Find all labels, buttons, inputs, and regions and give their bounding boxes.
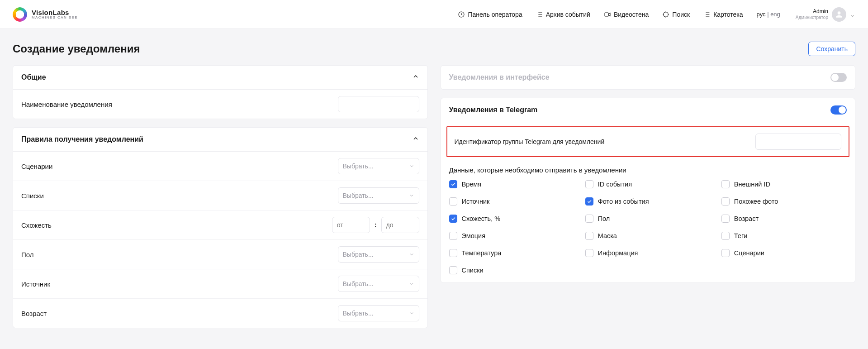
checkbox-box-icon bbox=[449, 249, 457, 257]
video-icon bbox=[604, 11, 611, 18]
chevron-down-icon: ⌄ bbox=[850, 11, 855, 18]
gender-label: Пол bbox=[21, 251, 34, 258]
app-header: VisionLabs MACHINES CAN SEE Панель опера… bbox=[0, 0, 868, 29]
checkbox-box-icon bbox=[449, 180, 457, 188]
checkbox-box-icon bbox=[721, 197, 730, 206]
brand[interactable]: VisionLabs MACHINES CAN SEE bbox=[13, 7, 78, 22]
nav-label: Видеостена bbox=[614, 11, 649, 18]
top-nav: Панель оператора Архив событий Видеостен… bbox=[458, 7, 855, 22]
save-button[interactable]: Сохранить bbox=[808, 42, 855, 56]
left-column: Общие Наименование уведомления Правила п… bbox=[13, 65, 428, 336]
age-label: Возраст bbox=[21, 310, 47, 317]
notification-name-input[interactable] bbox=[338, 96, 419, 112]
rules-card-header[interactable]: Правила получения уведомлений bbox=[13, 128, 427, 151]
similarity-from-input[interactable] bbox=[332, 217, 370, 233]
list-icon bbox=[703, 11, 711, 18]
checkbox-box-icon bbox=[721, 232, 730, 240]
lists-select[interactable]: Выбрать... bbox=[338, 187, 419, 204]
nav-label: Картотека bbox=[713, 11, 743, 18]
lang-ru[interactable]: рус bbox=[757, 11, 766, 18]
checkbox-label: ID события bbox=[598, 181, 632, 188]
nav-videowall[interactable]: Видеостена bbox=[604, 11, 649, 18]
telegram-title: Уведомления в Telegram bbox=[449, 106, 538, 114]
checkbox-lists[interactable]: Списки bbox=[449, 266, 574, 274]
checkbox-temperature[interactable]: Температура bbox=[449, 249, 574, 257]
general-card-header[interactable]: Общие bbox=[13, 66, 427, 89]
checkbox-box-icon bbox=[585, 180, 593, 188]
range-separator: : bbox=[375, 221, 377, 229]
checkbox-mask[interactable]: Маска bbox=[585, 232, 711, 240]
telegram-checkbox-grid: ВремяID событияВнешний IDИсточникФото из… bbox=[441, 180, 855, 282]
gender-select[interactable]: Выбрать... bbox=[338, 246, 419, 263]
checkbox-label: Возраст bbox=[734, 215, 759, 222]
nav-label: Архив событий bbox=[546, 11, 590, 18]
checkbox-box-icon bbox=[721, 180, 730, 188]
telegram-group-id-input[interactable] bbox=[755, 134, 841, 150]
checkbox-label: Время bbox=[462, 181, 482, 188]
clock-icon bbox=[458, 11, 465, 18]
checkbox-source[interactable]: Источник bbox=[449, 197, 574, 206]
checkbox-box-icon bbox=[585, 197, 593, 206]
telegram-data-title: Данные, которые необходимо отправить в у… bbox=[441, 164, 855, 180]
checkbox-time[interactable]: Время bbox=[449, 180, 574, 188]
checkbox-similar-photo[interactable]: Похожее фото bbox=[721, 197, 847, 206]
telegram-toggle[interactable] bbox=[830, 105, 847, 115]
checkbox-emotion[interactable]: Эмоция bbox=[449, 232, 574, 240]
rules-title: Правила получения уведомлений bbox=[21, 135, 143, 143]
avatar-icon bbox=[832, 7, 846, 22]
chevron-up-icon bbox=[412, 135, 419, 144]
checkbox-age[interactable]: Возраст bbox=[721, 215, 847, 223]
telegram-card: Уведомления в Telegram Идентификатор гру… bbox=[441, 98, 856, 283]
interface-notifications-toggle[interactable] bbox=[830, 73, 847, 82]
checkbox-box-icon bbox=[721, 249, 730, 257]
age-select[interactable]: Выбрать... bbox=[338, 305, 419, 321]
nav-operator-panel[interactable]: Панель оператора bbox=[458, 11, 522, 18]
interface-notifications-title: Уведомления в интерфейсе bbox=[449, 73, 550, 81]
user-name: Admin bbox=[796, 9, 828, 15]
similarity-label: Схожесть bbox=[21, 221, 52, 229]
checkbox-gender[interactable]: Пол bbox=[585, 215, 711, 223]
columns: Общие Наименование уведомления Правила п… bbox=[13, 65, 855, 336]
checkbox-label: Источник bbox=[462, 198, 490, 205]
svg-point-2 bbox=[664, 12, 669, 17]
nav-card-index[interactable]: Картотека bbox=[703, 11, 743, 18]
checkbox-label: Пол bbox=[598, 215, 610, 222]
checkbox-box-icon bbox=[721, 215, 730, 223]
chevron-down-icon bbox=[409, 163, 414, 169]
user-menu[interactable]: Admin Администратор ⌄ bbox=[796, 7, 855, 22]
lang-en[interactable]: eng bbox=[770, 11, 780, 18]
telegram-group-id-label: Идентификатор группы Telegram для уведом… bbox=[455, 138, 605, 145]
checkbox-box-icon bbox=[449, 197, 457, 206]
target-icon bbox=[662, 11, 669, 18]
checkbox-scenarios[interactable]: Сценарии bbox=[721, 249, 847, 257]
brand-title: VisionLabs bbox=[32, 9, 78, 16]
source-select[interactable]: Выбрать... bbox=[338, 276, 419, 292]
checkbox-tags[interactable]: Теги bbox=[721, 232, 847, 240]
checkbox-label: Схожесть, % bbox=[462, 215, 501, 222]
scenarios-select[interactable]: Выбрать... bbox=[338, 158, 419, 174]
checkbox-box-icon bbox=[449, 215, 457, 223]
checkbox-box-icon bbox=[449, 232, 457, 240]
nav-search[interactable]: Поиск bbox=[662, 11, 690, 18]
nav-label: Панель оператора bbox=[468, 11, 522, 18]
similarity-to-input[interactable] bbox=[381, 217, 419, 233]
nav-event-archive[interactable]: Архив событий bbox=[536, 11, 590, 18]
similarity-range: : bbox=[332, 217, 419, 233]
checkbox-label: Теги bbox=[734, 232, 748, 239]
general-card: Общие Наименование уведомления bbox=[13, 65, 428, 119]
checkbox-external-id[interactable]: Внешний ID bbox=[721, 180, 847, 188]
checkbox-info[interactable]: Информация bbox=[585, 249, 711, 257]
checkbox-similarity[interactable]: Схожесть, % bbox=[449, 215, 574, 223]
page-body: Создание уведомления Сохранить Общие Наи… bbox=[0, 29, 868, 349]
checkbox-box-icon bbox=[585, 232, 593, 240]
checkbox-event-id[interactable]: ID события bbox=[585, 180, 711, 188]
language-switch[interactable]: рус | eng bbox=[757, 11, 780, 18]
checkbox-event-photo[interactable]: Фото из события bbox=[585, 197, 711, 206]
nav-label: Поиск bbox=[672, 11, 690, 18]
checkbox-box-icon bbox=[449, 266, 457, 274]
chevron-down-icon bbox=[409, 281, 414, 287]
checkbox-label: Маска bbox=[598, 232, 617, 239]
source-label: Источник bbox=[21, 280, 50, 288]
brand-text: VisionLabs MACHINES CAN SEE bbox=[32, 9, 78, 19]
checkbox-box-icon bbox=[585, 215, 593, 223]
